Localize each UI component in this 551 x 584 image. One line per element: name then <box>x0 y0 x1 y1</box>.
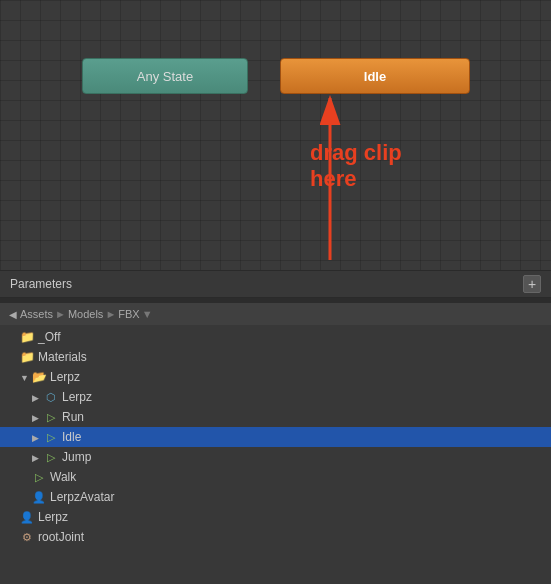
anim-icon: ▷ <box>44 430 58 444</box>
tree-item-label: Lerpz <box>62 390 92 404</box>
tree-item-rootjoint[interactable]: ⚙ rootJoint <box>0 527 551 547</box>
expand-icon <box>32 413 40 421</box>
expand-icon <box>32 393 40 401</box>
breadcrumb-assets[interactable]: Assets <box>20 308 53 320</box>
folder-icon: 📁 <box>20 330 34 344</box>
idle-node-label: Idle <box>364 69 386 84</box>
tree-item-label: Lerpz <box>38 510 68 524</box>
expand-icon <box>32 453 40 461</box>
anim-icon: ▷ <box>44 410 58 424</box>
idle-node[interactable]: Idle <box>280 58 470 94</box>
anim-icon: ▷ <box>32 470 46 484</box>
animator-canvas: Any State Idle drag clip here <box>0 0 551 270</box>
tree-item-lerpz2[interactable]: 👤 Lerpz <box>0 507 551 527</box>
tree-item-walk[interactable]: ▷ Walk <box>0 467 551 487</box>
drag-clip-hint: drag clip here <box>310 140 402 193</box>
folder-icon: 📂 <box>32 370 46 384</box>
any-state-label: Any State <box>137 69 193 84</box>
person-icon: 👤 <box>20 510 34 524</box>
tree-item-jump[interactable]: ▷ Jump <box>0 447 551 467</box>
anim-icon: ▷ <box>44 450 58 464</box>
tree-item-label: Walk <box>50 470 76 484</box>
tree-item-lerpz-mesh[interactable]: ⬡ Lerpz <box>0 387 551 407</box>
tree-item-label: _Off <box>38 330 60 344</box>
breadcrumb-fbx[interactable]: FBX <box>118 308 139 320</box>
tree-item-lerpzavatar[interactable]: 👤 LerpzAvatar <box>0 487 551 507</box>
parameters-label: Parameters <box>10 277 523 291</box>
mesh-icon: ⬡ <box>44 390 58 404</box>
tree-item-label: Run <box>62 410 84 424</box>
expand-icon <box>32 433 40 441</box>
tree-item-off[interactable]: 📁 _Off <box>0 327 551 347</box>
tree-item-materials[interactable]: 📁 Materials <box>0 347 551 367</box>
transition-arrow <box>0 0 551 270</box>
tree-item-lerpz-group[interactable]: 📂 Lerpz <box>0 367 551 387</box>
bone-icon: ⚙ <box>20 530 34 544</box>
folder-icon: 📁 <box>20 350 34 364</box>
breadcrumb-models[interactable]: Models <box>68 308 103 320</box>
file-tree: 📁 _Off 📁 Materials 📂 Lerpz ⬡ Lerpz ▷ Run <box>0 325 551 584</box>
person-icon: 👤 <box>32 490 46 504</box>
tree-item-label: Materials <box>38 350 87 364</box>
breadcrumb: ◀ Assets ► Models ► FBX ▼ <box>0 303 551 325</box>
tree-item-label: Lerpz <box>50 370 80 384</box>
file-browser: ◀ Assets ► Models ► FBX ▼ 📁 _Off 📁 Mater… <box>0 303 551 584</box>
parameters-bar: Parameters + <box>0 270 551 298</box>
tree-item-label: LerpzAvatar <box>50 490 114 504</box>
tree-item-label: Jump <box>62 450 91 464</box>
tree-item-label: Idle <box>62 430 81 444</box>
tree-item-label: rootJoint <box>38 530 84 544</box>
add-parameter-button[interactable]: + <box>523 275 541 293</box>
expand-icon <box>20 373 28 381</box>
any-state-node[interactable]: Any State <box>82 58 248 94</box>
tree-item-run[interactable]: ▷ Run <box>0 407 551 427</box>
breadcrumb-nav-icon: ◀ <box>8 309 18 319</box>
tree-item-idle[interactable]: ▷ Idle <box>0 427 551 447</box>
